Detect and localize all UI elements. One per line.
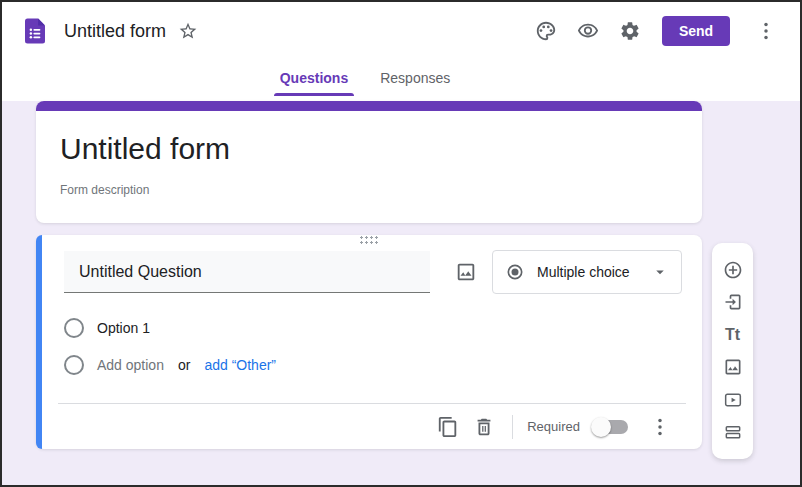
side-toolbar: Tt (712, 243, 753, 459)
option-radio-icon (64, 318, 84, 338)
star-icon[interactable] (175, 18, 201, 44)
send-button[interactable]: Send (662, 16, 730, 46)
required-label: Required (527, 419, 580, 434)
question-card: Multiple choice Option 1 Add option or a… (36, 235, 702, 449)
add-title-description-icon[interactable]: Tt (722, 322, 743, 348)
form-title-card[interactable]: Untitled form Form description (36, 101, 702, 223)
tab-bar: Questions Responses (2, 60, 800, 96)
theme-color-bar (36, 101, 702, 111)
vertical-divider (512, 415, 513, 439)
question-more-options-icon[interactable] (646, 413, 674, 441)
tab-responses[interactable]: Responses (374, 60, 456, 96)
add-image-toolbar-icon[interactable] (720, 354, 746, 380)
customize-theme-palette-icon[interactable] (532, 17, 560, 45)
add-option-row: Add option or add “Other” (64, 355, 702, 375)
form-editor-area: Untitled form Form description Multiple … (2, 101, 800, 487)
add-video-icon[interactable] (720, 387, 746, 413)
more-options-icon[interactable] (752, 17, 780, 45)
form-title-header[interactable]: Untitled form (64, 21, 166, 42)
form-description-field[interactable]: Form description (60, 183, 678, 197)
add-section-icon[interactable] (720, 419, 746, 445)
toggle-knob (591, 417, 611, 437)
add-image-icon[interactable] (452, 258, 480, 286)
settings-gear-icon[interactable] (616, 17, 644, 45)
drag-handle-icon[interactable] (359, 235, 379, 245)
form-title-field[interactable]: Untitled form (60, 131, 678, 167)
add-question-icon[interactable] (720, 257, 746, 283)
question-footer-toolbar: Required (36, 404, 702, 449)
import-questions-icon[interactable] (720, 289, 746, 315)
tab-questions[interactable]: Questions (274, 60, 354, 96)
preview-eye-icon[interactable] (574, 17, 602, 45)
question-title-input[interactable] (64, 251, 430, 293)
multiple-choice-radio-icon (505, 262, 525, 282)
google-forms-window: Untitled form Send Questions Responses (0, 0, 802, 487)
or-label: or (178, 357, 190, 373)
forms-logo-icon[interactable] (20, 16, 50, 46)
option-row: Option 1 (64, 318, 702, 338)
add-other-button[interactable]: add “Other” (204, 357, 276, 373)
duplicate-icon[interactable] (434, 413, 462, 441)
option-radio-icon (64, 355, 84, 375)
active-question-indicator (36, 235, 42, 449)
question-type-dropdown[interactable]: Multiple choice (492, 250, 682, 294)
option-label[interactable]: Option 1 (97, 320, 150, 336)
required-toggle[interactable] (594, 420, 628, 434)
question-type-label: Multiple choice (537, 264, 630, 280)
chevron-down-icon (651, 263, 669, 281)
header-actions: Send (532, 16, 780, 46)
delete-trash-icon[interactable] (470, 413, 498, 441)
question-header-row: Multiple choice (64, 250, 682, 294)
top-bar: Untitled form Send (2, 2, 800, 60)
add-option-button[interactable]: Add option (97, 357, 164, 373)
